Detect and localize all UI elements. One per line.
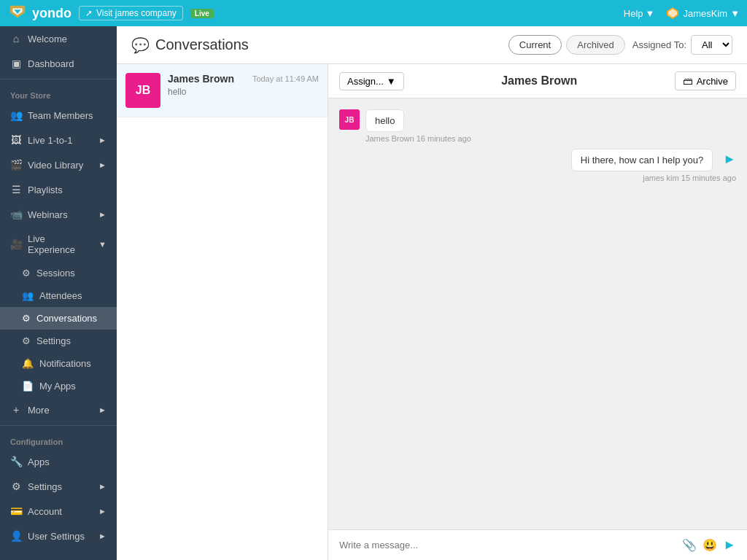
page-title-text: Conversations: [155, 36, 249, 53]
conversations-panel: JB James Brown Today at 11:49 AM hello A…: [117, 64, 747, 560]
sidebar-item-my-apps[interactable]: 📄 My Apps: [0, 375, 117, 397]
sidebar-item-live-1to1[interactable]: 🖼 Live 1-to-1 ►: [0, 128, 117, 152]
sidebar-item-team-members[interactable]: 👥 Team Members: [0, 103, 117, 128]
assigned-to-label: Assigned To:: [632, 39, 686, 50]
conv-time: Today at 11:49 AM: [252, 74, 319, 83]
sidebar-item-sessions[interactable]: ⚙ Sessions: [0, 262, 117, 284]
settings-icon: ⚙: [22, 335, 31, 346]
chevron-right-icon: ►: [98, 136, 107, 144]
chat-header: Assign... ▼ James Brown 🗃 Archive: [328, 64, 747, 98]
dashboard-icon: ▣: [10, 58, 22, 69]
live-badge: Live: [190, 9, 214, 18]
conv-contact-name: James Brown: [168, 73, 234, 85]
assign-label: Assign...: [347, 76, 384, 87]
chevron-right-icon3: ►: [98, 210, 107, 219]
chevron-down-icon: ▼: [646, 8, 655, 19]
attendees-label: Attendees: [39, 290, 82, 301]
msg-bubble-outgoing: Hi there, how can I help you?: [571, 149, 713, 171]
msg-row-incoming: JB hello: [339, 109, 404, 132]
msg-bubble-incoming: hello: [365, 109, 404, 132]
team-members-label: Team Members: [28, 110, 93, 121]
webinars-label: Webinars: [28, 209, 68, 220]
conversation-item[interactable]: JB James Brown Today at 11:49 AM hello: [117, 64, 328, 117]
logo-text: yondo: [32, 6, 71, 21]
visit-company-label: Visit james company: [96, 8, 177, 18]
dashboard-label: Dashboard: [28, 58, 74, 69]
config-settings-label: Settings: [28, 481, 62, 492]
sidebar-item-video-library[interactable]: 🎬 Video Library ►: [0, 152, 117, 177]
send-button[interactable]: ►: [723, 537, 736, 553]
home-icon: ⌂: [10, 33, 22, 44]
emoji-icon[interactable]: 😃: [703, 538, 717, 552]
chat-bubbles-icon: 💬: [131, 36, 150, 54]
live-exp-icon: 🎥: [10, 238, 22, 250]
account-label: Account: [28, 506, 62, 517]
chevron-right-icon5: ►: [98, 482, 107, 491]
sidebar-item-more[interactable]: + More ►: [0, 397, 117, 422]
sidebar-item-account[interactable]: 💳 Account ►: [0, 499, 117, 524]
chevron-right-icon7: ►: [98, 532, 107, 540]
user-settings-icon: 👤: [10, 530, 22, 542]
logo[interactable]: yondo: [7, 3, 71, 23]
tab-current[interactable]: Current: [508, 35, 562, 55]
archive-button[interactable]: 🗃 Archive: [675, 71, 736, 90]
sidebar-item-config-settings[interactable]: ⚙ Settings ►: [0, 474, 117, 499]
attendees-icon: 👥: [22, 290, 34, 301]
team-icon: 👥: [10, 109, 22, 121]
msg-row-outgoing: Hi there, how can I help you? ►: [571, 149, 736, 171]
chat-contact-name: James Brown: [501, 74, 577, 88]
playlists-label: Playlists: [28, 184, 63, 195]
sessions-label: Sessions: [36, 268, 75, 279]
conversations-label: Conversations: [36, 313, 97, 324]
sidebar-item-dashboard[interactable]: ▣ Dashboard: [0, 51, 117, 76]
main-layout: ⌂ Welcome ▣ Dashboard Your Store 👥 Team …: [0, 26, 747, 560]
msg-avatar-incoming: JB: [339, 109, 360, 130]
chevron-right-icon4: ►: [98, 405, 107, 414]
user-menu-button[interactable]: JamesKim ▼: [665, 6, 740, 20]
notifications-label: Notifications: [39, 358, 91, 369]
sidebar-item-settings[interactable]: ⚙ Settings: [0, 330, 117, 352]
help-button[interactable]: Help ▼: [624, 8, 655, 19]
my-apps-label: My Apps: [39, 381, 76, 392]
account-icon: 💳: [10, 505, 22, 517]
sidebar-item-apps[interactable]: 🔧 Apps: [0, 449, 117, 474]
user-settings-label: User Settings: [28, 531, 85, 542]
conversation-list: JB James Brown Today at 11:49 AM hello: [117, 64, 328, 560]
external-link-icon: ➚: [85, 8, 93, 18]
my-apps-icon: 📄: [22, 381, 34, 392]
message-input[interactable]: [339, 540, 676, 551]
conv-preview: hello: [168, 87, 319, 97]
assigned-to-dropdown[interactable]: All: [691, 35, 732, 55]
help-label: Help: [624, 8, 643, 19]
webinar-icon: 📹: [10, 209, 22, 220]
attachment-icon[interactable]: 📎: [682, 538, 697, 552]
divider-2: [0, 425, 117, 426]
visit-company-btn[interactable]: ➚ Visit james company: [79, 6, 183, 20]
assign-button[interactable]: Assign... ▼: [339, 72, 404, 90]
nav-right: Help ▼ JamesKim ▼: [624, 6, 740, 20]
page-header: 💬 Conversations Current Archived Assigne…: [117, 26, 747, 64]
chevron-right-icon2: ►: [98, 160, 107, 169]
sidebar-item-user-settings[interactable]: 👤 User Settings ►: [0, 524, 117, 548]
sidebar-item-notifications[interactable]: 🔔 Notifications: [0, 352, 117, 375]
input-icons: 📎 😃 ►: [682, 537, 736, 553]
sidebar-item-live-experience[interactable]: 🎥 Live Experience ▼: [0, 227, 117, 262]
outgoing-message: Hi there, how can I help you? ► james ki…: [339, 149, 736, 182]
archive-icon: 🗃: [683, 75, 693, 87]
sidebar-item-conversations[interactable]: ⚙ Conversations: [0, 307, 117, 330]
user-icon: [665, 6, 680, 20]
video-library-label: Video Library: [28, 160, 83, 171]
conv-name-row: James Brown Today at 11:49 AM: [168, 73, 319, 85]
config-settings-icon: ⚙: [10, 481, 22, 492]
content-area: 💬 Conversations Current Archived Assigne…: [117, 26, 747, 560]
configuration-section: Configuration: [0, 429, 117, 449]
sidebar-item-webinars[interactable]: 📹 Webinars ►: [0, 202, 117, 227]
nav-left: yondo ➚ Visit james company Live: [7, 3, 214, 23]
sidebar-item-attendees[interactable]: 👥 Attendees: [0, 284, 117, 307]
chevron-down-icon2: ▼: [98, 240, 107, 249]
sidebar-item-welcome[interactable]: ⌂ Welcome: [0, 26, 117, 51]
sidebar-item-playlists[interactable]: ☰ Playlists: [0, 177, 117, 202]
msg-meta-outgoing: james kim 15 minutes ago: [643, 174, 736, 182]
tab-archived[interactable]: Archived: [566, 35, 625, 55]
welcome-label: Welcome: [28, 34, 67, 44]
